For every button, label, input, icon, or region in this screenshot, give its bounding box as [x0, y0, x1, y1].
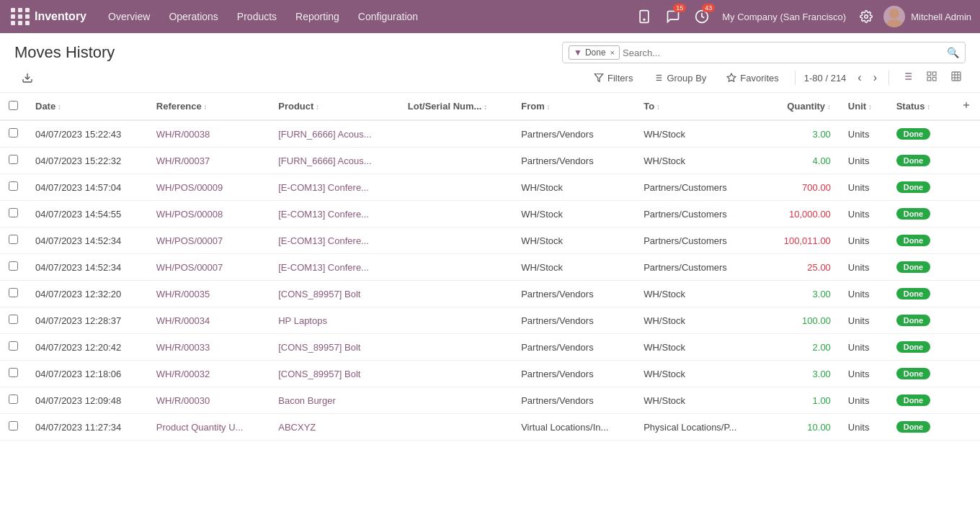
apps-menu-button[interactable]	[9, 5, 32, 28]
svg-rect-24	[927, 77, 931, 81]
row-date: 04/07/2023 14:52:34	[27, 254, 148, 281]
row-product[interactable]: [E-COM13] Confere...	[270, 254, 399, 281]
col-quantity[interactable]: Quantity	[765, 93, 839, 120]
row-checkbox-cell[interactable]	[0, 361, 27, 387]
row-unit: Units	[839, 414, 888, 441]
list-view-button[interactable]	[898, 69, 917, 86]
favorites-button[interactable]: Favorites	[719, 70, 785, 86]
table-row: 04/07/2023 11:27:34 Product Quantity U..…	[0, 414, 980, 441]
row-quantity: 3.00	[765, 281, 839, 307]
col-unit[interactable]: Unit	[839, 93, 888, 120]
row-reference[interactable]: WH/R/00035	[148, 281, 270, 307]
row-reference[interactable]: WH/R/00034	[148, 307, 270, 334]
row-checkbox-cell[interactable]	[0, 387, 27, 414]
row-reference[interactable]: WH/R/00032	[148, 361, 270, 387]
col-status[interactable]: Status	[888, 93, 948, 120]
user-name[interactable]: Mitchell Admin	[911, 12, 971, 22]
menu-overview[interactable]: Overview	[99, 8, 159, 25]
search-input[interactable]	[623, 48, 947, 58]
col-from[interactable]: From	[512, 93, 635, 120]
row-unit: Units	[839, 120, 888, 148]
filter-close-button[interactable]: ×	[610, 48, 615, 57]
pivot-view-button[interactable]	[947, 69, 966, 86]
row-product[interactable]: [FURN_6666] Acous...	[270, 120, 399, 148]
row-product[interactable]: HP Laptops	[270, 307, 399, 334]
row-actions	[948, 174, 980, 201]
menu-reporting[interactable]: Reporting	[287, 8, 348, 25]
row-product[interactable]: ABCXYZ	[270, 414, 399, 441]
row-status: Done	[888, 227, 948, 254]
pagination-prev[interactable]: ‹	[855, 70, 864, 86]
col-adjust[interactable]	[948, 93, 980, 120]
row-to: WH/Stock	[635, 361, 764, 387]
row-checkbox-cell[interactable]	[0, 414, 27, 441]
row-checkbox-cell[interactable]	[0, 201, 27, 227]
phone-icon-button[interactable]	[633, 5, 656, 28]
row-quantity: 3.00	[765, 120, 839, 148]
row-checkbox[interactable]	[9, 421, 18, 430]
row-checkbox-cell[interactable]	[0, 120, 27, 148]
row-reference[interactable]: WH/POS/00008	[148, 201, 270, 227]
row-status: Done	[888, 387, 948, 414]
download-button[interactable]	[14, 69, 40, 86]
row-reference[interactable]: WH/POS/00007	[148, 227, 270, 254]
row-product[interactable]: [E-COM13] Confere...	[270, 227, 399, 254]
row-checkbox[interactable]	[9, 261, 18, 271]
menu-products[interactable]: Products	[228, 8, 285, 25]
row-checkbox-cell[interactable]	[0, 148, 27, 174]
row-checkbox-cell[interactable]	[0, 334, 27, 361]
row-checkbox-cell[interactable]	[0, 227, 27, 254]
row-checkbox[interactable]	[9, 128, 18, 137]
row-checkbox[interactable]	[9, 181, 18, 191]
row-reference[interactable]: WH/R/00037	[148, 148, 270, 174]
row-product[interactable]: [E-COM13] Confere...	[270, 174, 399, 201]
select-all-checkbox[interactable]	[9, 101, 18, 110]
col-date[interactable]: Date	[27, 93, 148, 120]
row-checkbox-cell[interactable]	[0, 307, 27, 334]
activity-icon-button[interactable]: 43	[690, 5, 713, 28]
row-checkbox[interactable]	[9, 341, 18, 351]
row-reference[interactable]: WH/R/00033	[148, 334, 270, 361]
row-checkbox[interactable]	[9, 315, 18, 324]
col-to[interactable]: To	[635, 93, 764, 120]
row-product[interactable]: [E-COM13] Confere...	[270, 201, 399, 227]
avatar[interactable]	[883, 6, 905, 27]
row-checkbox[interactable]	[9, 155, 18, 164]
menu-configuration[interactable]: Configuration	[349, 8, 427, 25]
row-checkbox-cell[interactable]	[0, 281, 27, 307]
filters-button[interactable]: Filters	[587, 70, 640, 86]
row-reference[interactable]: Product Quantity U...	[148, 414, 270, 441]
pagination-next[interactable]: ›	[870, 70, 880, 86]
row-checkbox[interactable]	[9, 394, 18, 404]
row-product[interactable]: Bacon Burger	[270, 387, 399, 414]
col-product[interactable]: Product	[270, 93, 399, 120]
row-reference[interactable]: WH/POS/00007	[148, 254, 270, 281]
row-checkbox[interactable]	[9, 235, 18, 244]
row-checkbox[interactable]	[9, 288, 18, 297]
chat-icon-button[interactable]: 15	[662, 5, 685, 28]
settings-icon-button[interactable]	[855, 5, 878, 28]
row-reference[interactable]: WH/R/00038	[148, 120, 270, 148]
row-checkbox[interactable]	[9, 208, 18, 217]
row-product[interactable]: [CONS_89957] Bolt	[270, 281, 399, 307]
search-icon[interactable]: 🔍	[947, 47, 959, 58]
col-reference[interactable]: Reference	[148, 93, 270, 120]
row-date: 04/07/2023 12:18:06	[27, 361, 148, 387]
col-lot[interactable]: Lot/Serial Num...	[399, 93, 512, 120]
row-reference[interactable]: WH/R/00030	[148, 387, 270, 414]
select-all-header[interactable]	[0, 93, 27, 120]
row-date: 04/07/2023 15:22:43	[27, 120, 148, 148]
groupby-button[interactable]: Group By	[646, 70, 713, 86]
menu-operations[interactable]: Operations	[160, 8, 226, 25]
row-product[interactable]: [CONS_89957] Bolt	[270, 361, 399, 387]
row-checkbox-cell[interactable]	[0, 254, 27, 281]
row-checkbox-cell[interactable]	[0, 174, 27, 201]
app-name[interactable]: Inventory	[35, 10, 86, 23]
row-actions	[948, 414, 980, 441]
kanban-view-button[interactable]	[922, 69, 941, 86]
row-reference[interactable]: WH/POS/00009	[148, 174, 270, 201]
row-checkbox[interactable]	[9, 368, 18, 377]
row-product[interactable]: [CONS_89957] Bolt	[270, 334, 399, 361]
row-to: WH/Stock	[635, 387, 764, 414]
row-product[interactable]: [FURN_6666] Acous...	[270, 148, 399, 174]
